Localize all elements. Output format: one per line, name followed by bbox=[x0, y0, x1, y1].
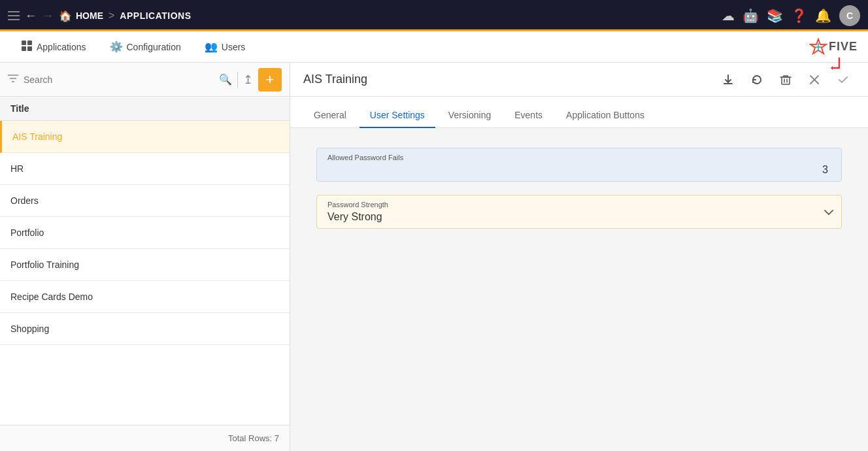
subnav-configuration-label: Configuration bbox=[127, 42, 181, 52]
users-icon: 👥 bbox=[205, 41, 218, 53]
subnav-applications[interactable]: Applications bbox=[10, 35, 97, 59]
cloud-icon[interactable]: ☁ bbox=[722, 8, 735, 24]
tab-versioning[interactable]: Versioning bbox=[438, 103, 501, 128]
list-item-orders[interactable]: Orders bbox=[0, 185, 290, 217]
list-item-label: HR bbox=[10, 163, 24, 174]
list-item-shopping[interactable]: Shopping bbox=[0, 313, 290, 345]
total-rows-label: Total Rows: bbox=[228, 433, 272, 443]
notification-icon[interactable]: 🔔 bbox=[815, 8, 831, 24]
svg-rect-0 bbox=[8, 11, 20, 12]
svg-rect-1 bbox=[8, 15, 20, 16]
left-panel: 🔍 ↥ + Title AIS Training HR Orders Portf… bbox=[0, 63, 290, 451]
home-nav[interactable]: 🏠 HOME bbox=[59, 10, 103, 22]
main-container: 🔍 ↥ + Title AIS Training HR Orders Portf… bbox=[0, 63, 868, 451]
search-icon[interactable]: 🔍 bbox=[219, 73, 232, 86]
list-item-recipe-cards-demo[interactable]: Recipe Cards Demo bbox=[0, 281, 290, 313]
breadcrumb-current: APPLICATIONS bbox=[120, 10, 191, 21]
list-header: Title bbox=[0, 97, 290, 121]
five-logo-icon bbox=[809, 38, 827, 56]
password-strength-value: Very Strong bbox=[327, 211, 815, 223]
list-item-label: Portfolio Training bbox=[10, 259, 79, 270]
list-item-label: Portfolio bbox=[10, 227, 44, 238]
subnav-configuration[interactable]: ⚙️ Configuration bbox=[99, 35, 192, 58]
tab-application-buttons[interactable]: Application Buttons bbox=[556, 103, 655, 128]
subnav-applications-label: Applications bbox=[37, 42, 86, 52]
books-icon[interactable]: 📚 bbox=[767, 8, 783, 24]
five-logo-text: FIVE bbox=[829, 40, 858, 54]
breadcrumb-separator: > bbox=[108, 10, 114, 22]
tab-events[interactable]: Events bbox=[504, 103, 553, 128]
allowed-password-fails-value: 3 bbox=[327, 164, 831, 176]
user-avatar[interactable]: C bbox=[839, 5, 860, 26]
search-divider bbox=[237, 72, 238, 88]
list-items: AIS Training HR Orders Portfolio Portfol… bbox=[0, 121, 290, 425]
robot-icon[interactable]: 🤖 bbox=[743, 8, 759, 24]
filter-icon[interactable] bbox=[8, 74, 18, 86]
header-actions bbox=[716, 68, 855, 92]
back-icon[interactable]: ← bbox=[25, 9, 37, 23]
home-label: HOME bbox=[76, 10, 103, 21]
list-footer: Total Rows: 7 bbox=[0, 425, 290, 451]
svg-rect-14 bbox=[782, 77, 790, 84]
list-item-label: Orders bbox=[10, 195, 39, 206]
form-content: Allowed Password Fails 3 Password Streng… bbox=[290, 128, 868, 451]
save-button[interactable] bbox=[831, 68, 855, 92]
list-item-hr[interactable]: HR bbox=[0, 153, 290, 185]
import-icon[interactable]: ↥ bbox=[243, 73, 253, 87]
tabs-bar: General User Settings Versioning Events … bbox=[290, 97, 868, 128]
home-icon: 🏠 bbox=[59, 10, 72, 22]
password-strength-label: Password Strength bbox=[327, 201, 815, 209]
help-icon[interactable]: ❓ bbox=[791, 8, 807, 24]
svg-rect-2 bbox=[8, 19, 20, 20]
total-rows-value: 7 bbox=[275, 433, 279, 443]
right-panel: AIS Training bbox=[290, 63, 868, 451]
tab-user-settings[interactable]: User Settings bbox=[359, 103, 435, 128]
list-item-portfolio[interactable]: Portfolio bbox=[0, 217, 290, 249]
subnav-users[interactable]: 👥 Users bbox=[194, 35, 256, 58]
svg-rect-4 bbox=[27, 41, 32, 45]
sub-navigation: Applications ⚙️ Configuration 👥 Users FI… bbox=[0, 31, 868, 63]
allowed-password-fails-label: Allowed Password Fails bbox=[327, 154, 831, 161]
search-input-wrapper: 🔍 bbox=[24, 73, 232, 86]
svg-rect-6 bbox=[27, 46, 32, 51]
top-navigation: ← → 🏠 HOME > APPLICATIONS ☁ 🤖 📚 ❓ 🔔 C bbox=[0, 0, 868, 31]
password-strength-container[interactable]: Password Strength Very Strong bbox=[316, 195, 842, 229]
dropdown-icon bbox=[824, 206, 833, 218]
add-button[interactable]: + bbox=[258, 68, 282, 92]
applications-icon bbox=[21, 40, 33, 54]
svg-rect-5 bbox=[22, 46, 26, 51]
allowed-password-fails-field: Allowed Password Fails 3 bbox=[316, 148, 842, 182]
password-strength-field: Password Strength Very Strong bbox=[316, 195, 842, 229]
menu-icon[interactable] bbox=[8, 11, 20, 20]
svg-rect-3 bbox=[22, 41, 26, 45]
refresh-button[interactable] bbox=[745, 68, 769, 92]
svg-rect-13 bbox=[724, 83, 733, 84]
list-item-label: Recipe Cards Demo bbox=[10, 292, 93, 302]
list-item-label: AIS Training bbox=[12, 131, 62, 142]
delete-button[interactable] bbox=[774, 68, 797, 92]
download-button[interactable] bbox=[716, 68, 740, 92]
search-bar: 🔍 ↥ + bbox=[0, 63, 290, 97]
list-item-label: Shopping bbox=[10, 324, 49, 334]
close-button[interactable] bbox=[803, 68, 826, 92]
tab-general[interactable]: General bbox=[303, 103, 357, 128]
search-input[interactable] bbox=[24, 75, 215, 85]
right-panel-title: AIS Training bbox=[303, 73, 709, 86]
list-item-portfolio-training[interactable]: Portfolio Training bbox=[0, 249, 290, 281]
check-button-wrapper bbox=[831, 68, 855, 92]
right-header: AIS Training bbox=[290, 63, 868, 97]
allowed-password-fails-container[interactable]: Allowed Password Fails 3 bbox=[316, 148, 842, 182]
list-item-ais-training[interactable]: AIS Training bbox=[0, 121, 290, 153]
subnav-users-label: Users bbox=[222, 42, 246, 52]
configuration-icon: ⚙️ bbox=[110, 41, 123, 53]
five-logo: FIVE bbox=[809, 38, 858, 56]
forward-icon[interactable]: → bbox=[42, 9, 54, 23]
